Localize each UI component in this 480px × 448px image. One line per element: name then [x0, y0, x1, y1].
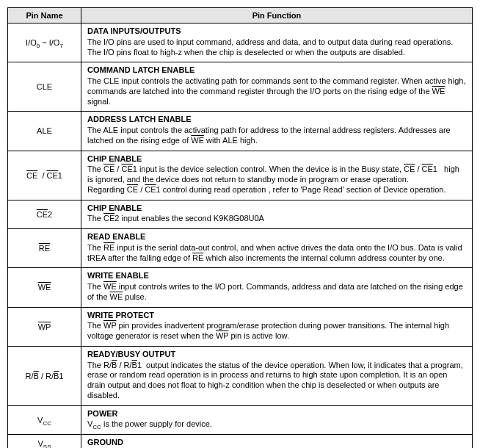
pin-name-cell: WP [8, 307, 81, 346]
function-title: POWER [87, 409, 466, 419]
function-title: READ ENABLE [87, 232, 466, 242]
table-row: WPWRITE PROTECTThe WP pin provides inadv… [8, 307, 473, 346]
function-description: The CE2 input enables the second K9K8G08… [87, 214, 264, 223]
table-row: CLECOMMAND LATCH ENABLEThe CLE input con… [8, 62, 473, 112]
function-description: The I/O pins are used to input command, … [87, 37, 453, 57]
function-title: GROUND [87, 438, 466, 448]
table-row: CE / CE1CHIP ENABLEThe CE / CE1 input is… [8, 151, 473, 200]
pin-function-cell: COMMAND LATCH ENABLEThe CLE input contro… [81, 62, 473, 112]
table-row: ALEADDRESS LATCH ENABLEThe ALE input con… [8, 112, 473, 151]
pin-function-cell: GROUND [81, 435, 473, 449]
function-title: DATA INPUTS/OUTPUTS [87, 26, 466, 37]
function-title: CHIP ENABLE [87, 154, 466, 165]
pin-name-cell: WE [8, 268, 81, 307]
pin-function-cell: CHIP ENABLEThe CE2 input enables the sec… [81, 200, 473, 229]
pin-function-cell: READ ENABLEThe RE input is the serial da… [81, 229, 473, 268]
function-title: READY/BUSY OUTPUT [87, 350, 466, 360]
function-description: VCC is the power supply for device. [87, 419, 212, 428]
table-row: WEWRITE ENABLEThe WE input controls writ… [8, 268, 473, 307]
function-title: CHIP ENABLE [87, 203, 466, 214]
function-title: COMMAND LATCH ENABLE [87, 65, 466, 76]
pin-function-cell: POWERVCC is the power supply for device. [81, 405, 473, 435]
function-title: ADDRESS LATCH ENABLE [87, 115, 466, 125]
table-header-row: Pin Name Pin Function [8, 8, 473, 24]
function-description: The WP pin provides inadvertent program/… [87, 321, 449, 340]
function-title: WRITE ENABLE [87, 271, 466, 281]
pin-name-cell: R/B / R/B1 [8, 346, 81, 405]
pin-function-cell: READY/BUSY OUTPUTThe R/B / R/B1 output i… [81, 346, 473, 405]
table-row: REREAD ENABLEThe RE input is the serial … [8, 229, 473, 268]
header-pin-function: Pin Function [81, 8, 473, 24]
pin-name-cell: I/O0 ~ I/O7 [8, 24, 81, 62]
table-row: VSSGROUND [8, 435, 473, 449]
pin-function-cell: ADDRESS LATCH ENABLEThe ALE input contro… [81, 112, 473, 151]
pin-function-cell: WRITE ENABLEThe WE input controls writes… [81, 268, 473, 307]
header-pin-name: Pin Name [8, 8, 81, 24]
pin-name-cell: ALE [8, 112, 81, 151]
function-description: The ALE input controls the activating pa… [87, 126, 451, 145]
pin-name-cell: VCC [8, 405, 81, 435]
function-description: The CLE input controls the activating pa… [87, 76, 465, 106]
table-row: R/B / R/B1READY/BUSY OUTPUTThe R/B / R/B… [8, 346, 473, 405]
function-description: The RE input is the serial data-out cont… [87, 243, 462, 262]
table-row: CE2CHIP ENABLEThe CE2 input enables the … [8, 200, 473, 229]
function-description: The CE / CE1 input is the device selecti… [87, 165, 459, 194]
function-description: The WE input controls writes to the I/O … [87, 282, 463, 301]
function-description: The R/B / R/B1 output indicates the stat… [87, 361, 463, 400]
table-row: I/O0 ~ I/O7DATA INPUTS/OUTPUTSThe I/O pi… [8, 24, 473, 62]
pin-name-cell: CE2 [8, 200, 81, 229]
pin-function-cell: DATA INPUTS/OUTPUTSThe I/O pins are used… [81, 24, 473, 62]
pin-name-cell: RE [8, 229, 81, 268]
function-title: WRITE PROTECT [87, 311, 466, 321]
pin-function-cell: WRITE PROTECTThe WP pin provides inadver… [81, 307, 473, 346]
pin-name-cell: VSS [8, 435, 81, 449]
pin-function-table: Pin Name Pin Function I/O0 ~ I/O7DATA IN… [7, 7, 473, 448]
pin-name-cell: CE / CE1 [8, 151, 81, 200]
pin-function-cell: CHIP ENABLEThe CE / CE1 input is the dev… [81, 151, 473, 200]
pin-name-cell: CLE [8, 62, 81, 112]
table-row: VCCPOWERVCC is the power supply for devi… [8, 405, 473, 435]
